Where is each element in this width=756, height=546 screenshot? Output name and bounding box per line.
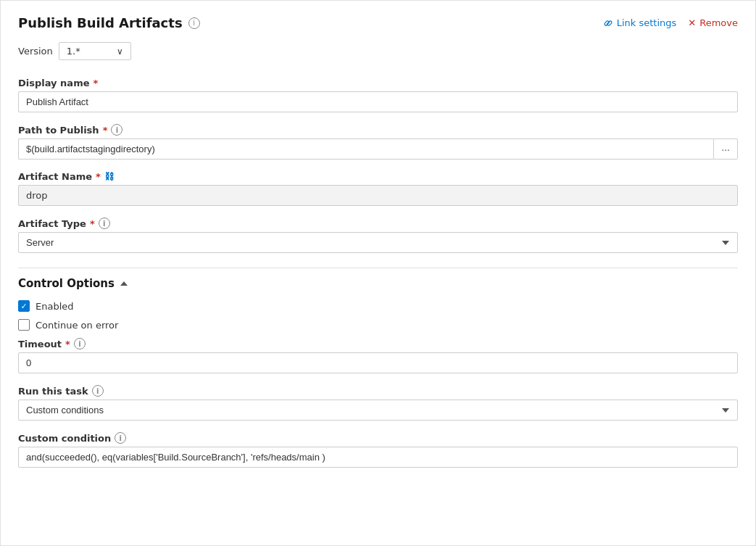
remove-button[interactable]: ✕ Remove: [688, 17, 738, 28]
remove-label: Remove: [699, 17, 738, 28]
display-name-group: Display name *: [18, 78, 738, 112]
path-info-icon[interactable]: i: [111, 124, 122, 136]
artifact-type-select[interactable]: Server FilePath: [18, 232, 738, 253]
ellipsis-icon: ···: [721, 144, 730, 155]
title-info-icon[interactable]: i: [188, 17, 200, 29]
continue-on-error-checkbox[interactable]: [18, 319, 30, 331]
timeout-label: Timeout * i: [18, 338, 738, 349]
artifact-type-info-icon[interactable]: i: [99, 218, 110, 229]
check-icon: ✓: [20, 302, 27, 310]
continue-on-error-label: Continue on error: [36, 320, 118, 331]
path-to-publish-input[interactable]: [18, 138, 713, 160]
display-name-label: Display name *: [18, 78, 738, 88]
path-to-publish-label: Path to Publish * i: [18, 124, 738, 136]
link-icon: [603, 18, 613, 28]
page-title: Publish Build Artifacts: [18, 15, 183, 30]
version-label: Version: [18, 46, 53, 57]
artifact-name-link-icon[interactable]: ⛓: [104, 171, 114, 182]
artifact-name-group: Artifact Name * ⛓ drop: [18, 171, 738, 206]
custom-condition-info-icon[interactable]: i: [115, 432, 126, 444]
version-row: Version 1.* ∨: [18, 42, 738, 60]
custom-condition-label: Custom condition i: [18, 432, 738, 444]
remove-x-icon: ✕: [688, 17, 696, 28]
control-options-header: Control Options: [18, 277, 738, 290]
path-ellipsis-button[interactable]: ···: [713, 138, 738, 160]
link-settings-button[interactable]: Link settings: [603, 17, 677, 28]
header-right: Link settings ✕ Remove: [603, 17, 738, 28]
run-this-task-select[interactable]: Custom conditions Always Even if a previ…: [18, 400, 738, 421]
link-settings-label: Link settings: [617, 17, 677, 28]
artifact-type-group: Artifact Type * i Server FilePath: [18, 218, 738, 253]
artifact-type-select-wrapper: Server FilePath: [18, 232, 738, 253]
display-name-input[interactable]: [18, 91, 738, 112]
custom-condition-input[interactable]: [18, 447, 738, 468]
path-to-publish-group: Path to Publish * i ···: [18, 124, 738, 160]
custom-condition-group: Custom condition i: [18, 432, 738, 468]
run-this-task-info-icon[interactable]: i: [92, 385, 104, 397]
timeout-input[interactable]: [18, 352, 738, 373]
control-options-title: Control Options: [18, 277, 115, 290]
enabled-row: ✓ Enabled: [18, 300, 738, 312]
version-value: 1.*: [67, 46, 80, 57]
run-this-task-select-wrapper: Custom conditions Always Even if a previ…: [18, 400, 738, 421]
artifact-name-input: drop: [18, 185, 738, 206]
timeout-required: *: [65, 339, 70, 349]
version-select[interactable]: 1.* ∨: [59, 42, 131, 60]
path-input-wrapper: ···: [18, 138, 738, 160]
control-options-chevron-up-icon[interactable]: [120, 281, 128, 286]
run-this-task-label: Run this task i: [18, 385, 738, 397]
section-divider: [18, 268, 738, 268]
header: Publish Build Artifacts i Link settings …: [18, 15, 738, 30]
run-this-task-group: Run this task i Custom conditions Always…: [18, 385, 738, 421]
main-container: Publish Build Artifacts i Link settings …: [0, 0, 756, 546]
version-chevron-down-icon: ∨: [117, 46, 123, 57]
artifact-type-required: *: [90, 218, 95, 229]
artifact-name-label: Artifact Name * ⛓: [18, 171, 738, 182]
header-left: Publish Build Artifacts i: [18, 15, 200, 30]
display-name-required: *: [94, 78, 99, 88]
artifact-type-label: Artifact Type * i: [18, 218, 738, 229]
path-required: *: [103, 125, 108, 136]
enabled-checkbox[interactable]: ✓: [18, 300, 30, 312]
artifact-name-required: *: [96, 171, 101, 182]
timeout-group: Timeout * i: [18, 338, 738, 373]
continue-on-error-row: Continue on error: [18, 319, 738, 331]
timeout-info-icon[interactable]: i: [74, 338, 86, 349]
enabled-label: Enabled: [36, 301, 74, 312]
